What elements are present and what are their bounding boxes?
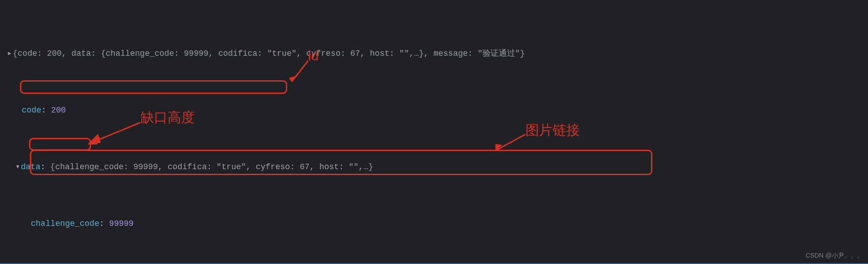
property-challenge-code: challenge_code: 99999 bbox=[6, 218, 867, 230]
chevron-down-icon[interactable]: ▼ bbox=[14, 161, 21, 173]
property-code: code: 200 bbox=[6, 105, 867, 116]
key-label: data bbox=[21, 161, 40, 173]
tree-row: ▶ {code: 200, data: {challenge_code: 999… bbox=[6, 48, 867, 59]
value-number: 99999 bbox=[109, 218, 134, 230]
key-label: code bbox=[22, 105, 41, 116]
json-tree: ▶ {code: 200, data: {challenge_code: 999… bbox=[0, 0, 868, 264]
value-number: 200 bbox=[51, 105, 66, 116]
key-label: challenge_code bbox=[31, 218, 99, 230]
object-summary: {code: 200, data: {challenge_code: 99999… bbox=[13, 48, 525, 59]
property-data[interactable]: ▼ data: {challenge_code: 99999, codifica… bbox=[6, 161, 867, 173]
object-summary: {challenge_code: 99999, codifica: "true"… bbox=[50, 161, 373, 173]
watermark: CSDN @小尹。。。 bbox=[805, 250, 863, 261]
chevron-down-icon[interactable]: ▶ bbox=[6, 48, 13, 59]
